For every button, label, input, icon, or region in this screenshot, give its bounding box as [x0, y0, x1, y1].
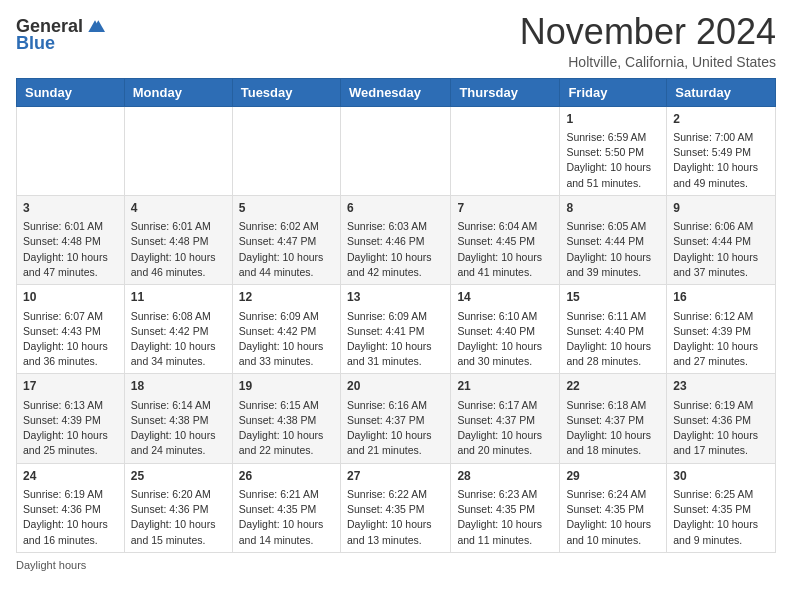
calendar-week-5: 24Sunrise: 6:19 AMSunset: 4:36 PMDayligh… — [17, 463, 776, 552]
calendar-cell: 3Sunrise: 6:01 AMSunset: 4:48 PMDaylight… — [17, 195, 125, 284]
calendar-cell: 24Sunrise: 6:19 AMSunset: 4:36 PMDayligh… — [17, 463, 125, 552]
day-number: 24 — [23, 468, 118, 485]
day-info: Daylight: 10 hours and 47 minutes. — [23, 250, 118, 280]
calendar-cell: 17Sunrise: 6:13 AMSunset: 4:39 PMDayligh… — [17, 374, 125, 463]
calendar-cell — [17, 106, 125, 195]
day-number: 19 — [239, 378, 334, 395]
day-number: 10 — [23, 289, 118, 306]
calendar-cell: 15Sunrise: 6:11 AMSunset: 4:40 PMDayligh… — [560, 285, 667, 374]
day-info: Sunrise: 6:02 AM — [239, 219, 334, 234]
day-number: 7 — [457, 200, 553, 217]
header-row: Sunday Monday Tuesday Wednesday Thursday… — [17, 78, 776, 106]
calendar-cell: 11Sunrise: 6:08 AMSunset: 4:42 PMDayligh… — [124, 285, 232, 374]
calendar-cell: 6Sunrise: 6:03 AMSunset: 4:46 PMDaylight… — [340, 195, 450, 284]
day-info: Daylight: 10 hours and 41 minutes. — [457, 250, 553, 280]
day-info: Sunrise: 7:00 AM — [673, 130, 769, 145]
day-info: Sunrise: 6:25 AM — [673, 487, 769, 502]
day-number: 14 — [457, 289, 553, 306]
day-info: Sunset: 4:44 PM — [673, 234, 769, 249]
col-tuesday: Tuesday — [232, 78, 340, 106]
day-number: 20 — [347, 378, 444, 395]
calendar-header: Sunday Monday Tuesday Wednesday Thursday… — [17, 78, 776, 106]
calendar-cell: 20Sunrise: 6:16 AMSunset: 4:37 PMDayligh… — [340, 374, 450, 463]
logo: General Blue — [16, 16, 105, 54]
day-info: Daylight: 10 hours and 44 minutes. — [239, 250, 334, 280]
day-info: Sunrise: 6:23 AM — [457, 487, 553, 502]
day-number: 28 — [457, 468, 553, 485]
col-monday: Monday — [124, 78, 232, 106]
day-number: 21 — [457, 378, 553, 395]
day-info: Sunset: 5:49 PM — [673, 145, 769, 160]
calendar-body: 1Sunrise: 6:59 AMSunset: 5:50 PMDaylight… — [17, 106, 776, 552]
calendar-cell — [124, 106, 232, 195]
day-info: Sunset: 4:37 PM — [457, 413, 553, 428]
day-info: Sunrise: 6:03 AM — [347, 219, 444, 234]
calendar-cell: 30Sunrise: 6:25 AMSunset: 4:35 PMDayligh… — [667, 463, 776, 552]
calendar-cell: 19Sunrise: 6:15 AMSunset: 4:38 PMDayligh… — [232, 374, 340, 463]
day-number: 23 — [673, 378, 769, 395]
day-info: Sunset: 4:47 PM — [239, 234, 334, 249]
logo-blue: Blue — [16, 33, 55, 54]
day-info: Sunrise: 6:11 AM — [566, 309, 660, 324]
day-number: 27 — [347, 468, 444, 485]
day-info: Sunrise: 6:18 AM — [566, 398, 660, 413]
day-info: Sunset: 4:48 PM — [23, 234, 118, 249]
page-container: General Blue November 2024 Holtville, Ca… — [0, 0, 792, 581]
day-info: Sunset: 4:38 PM — [131, 413, 226, 428]
day-info: Sunset: 4:40 PM — [566, 324, 660, 339]
day-number: 26 — [239, 468, 334, 485]
calendar-cell: 9Sunrise: 6:06 AMSunset: 4:44 PMDaylight… — [667, 195, 776, 284]
month-title: November 2024 — [520, 12, 776, 52]
day-info: Daylight: 10 hours and 16 minutes. — [23, 517, 118, 547]
day-number: 11 — [131, 289, 226, 306]
calendar-cell: 2Sunrise: 7:00 AMSunset: 5:49 PMDaylight… — [667, 106, 776, 195]
day-info: Sunset: 4:39 PM — [23, 413, 118, 428]
calendar-cell: 18Sunrise: 6:14 AMSunset: 4:38 PMDayligh… — [124, 374, 232, 463]
day-info: Daylight: 10 hours and 9 minutes. — [673, 517, 769, 547]
day-number: 29 — [566, 468, 660, 485]
day-info: Sunset: 4:45 PM — [457, 234, 553, 249]
calendar-cell: 23Sunrise: 6:19 AMSunset: 4:36 PMDayligh… — [667, 374, 776, 463]
day-info: Daylight: 10 hours and 37 minutes. — [673, 250, 769, 280]
day-info: Daylight: 10 hours and 15 minutes. — [131, 517, 226, 547]
day-number: 13 — [347, 289, 444, 306]
day-info: Daylight: 10 hours and 42 minutes. — [347, 250, 444, 280]
calendar-week-4: 17Sunrise: 6:13 AMSunset: 4:39 PMDayligh… — [17, 374, 776, 463]
day-info: Sunset: 4:35 PM — [457, 502, 553, 517]
daylight-label: Daylight hours — [16, 559, 86, 571]
day-info: Daylight: 10 hours and 17 minutes. — [673, 428, 769, 458]
day-info: Daylight: 10 hours and 33 minutes. — [239, 339, 334, 369]
day-number: 8 — [566, 200, 660, 217]
day-info: Daylight: 10 hours and 27 minutes. — [673, 339, 769, 369]
day-info: Sunset: 5:50 PM — [566, 145, 660, 160]
calendar-cell — [451, 106, 560, 195]
calendar-cell: 7Sunrise: 6:04 AMSunset: 4:45 PMDaylight… — [451, 195, 560, 284]
day-info: Daylight: 10 hours and 39 minutes. — [566, 250, 660, 280]
day-info: Daylight: 10 hours and 14 minutes. — [239, 517, 334, 547]
col-friday: Friday — [560, 78, 667, 106]
day-info: Sunrise: 6:20 AM — [131, 487, 226, 502]
day-info: Sunrise: 6:22 AM — [347, 487, 444, 502]
calendar-cell: 5Sunrise: 6:02 AMSunset: 4:47 PMDaylight… — [232, 195, 340, 284]
day-info: Daylight: 10 hours and 30 minutes. — [457, 339, 553, 369]
calendar-table: Sunday Monday Tuesday Wednesday Thursday… — [16, 78, 776, 553]
day-info: Sunrise: 6:17 AM — [457, 398, 553, 413]
col-sunday: Sunday — [17, 78, 125, 106]
day-info: Sunrise: 6:24 AM — [566, 487, 660, 502]
day-info: Sunset: 4:36 PM — [673, 413, 769, 428]
calendar-week-3: 10Sunrise: 6:07 AMSunset: 4:43 PMDayligh… — [17, 285, 776, 374]
day-number: 1 — [566, 111, 660, 128]
col-thursday: Thursday — [451, 78, 560, 106]
day-info: Sunrise: 6:06 AM — [673, 219, 769, 234]
day-info: Sunrise: 6:09 AM — [347, 309, 444, 324]
calendar-cell: 16Sunrise: 6:12 AMSunset: 4:39 PMDayligh… — [667, 285, 776, 374]
day-info: Sunset: 4:48 PM — [131, 234, 226, 249]
day-info: Sunrise: 6:19 AM — [23, 487, 118, 502]
day-info: Daylight: 10 hours and 11 minutes. — [457, 517, 553, 547]
calendar-cell: 8Sunrise: 6:05 AMSunset: 4:44 PMDaylight… — [560, 195, 667, 284]
day-number: 16 — [673, 289, 769, 306]
day-number: 5 — [239, 200, 334, 217]
title-section: November 2024 Holtville, California, Uni… — [520, 12, 776, 70]
day-info: Daylight: 10 hours and 13 minutes. — [347, 517, 444, 547]
day-info: Daylight: 10 hours and 31 minutes. — [347, 339, 444, 369]
